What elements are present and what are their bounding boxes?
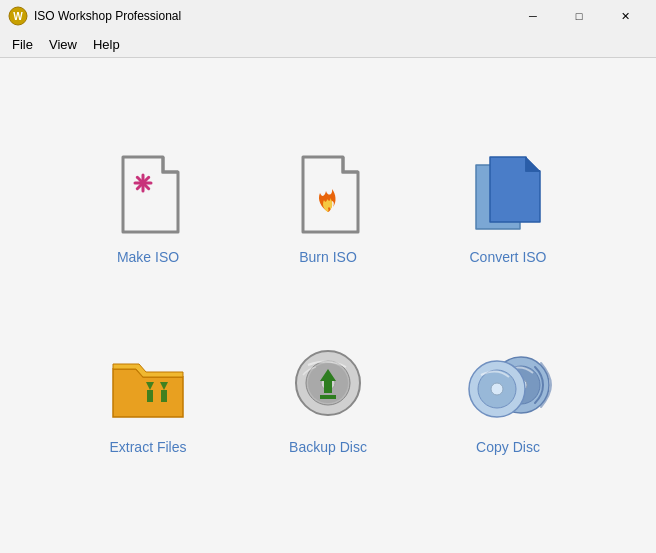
menu-bar: File View Help (0, 32, 656, 58)
app-icon: W (8, 6, 28, 26)
feature-grid: Make ISO Burn ISO (68, 121, 588, 491)
extract-files-button[interactable]: Extract Files (68, 311, 228, 491)
svg-rect-14 (161, 390, 167, 402)
make-iso-icon (108, 157, 188, 237)
make-iso-label: Make ISO (117, 249, 179, 265)
backup-disc-button[interactable]: Backup Disc (248, 311, 408, 491)
svg-point-26 (491, 383, 503, 395)
maximize-button[interactable]: □ (556, 0, 602, 32)
window-controls: ─ □ ✕ (510, 0, 648, 32)
copy-disc-icon (468, 347, 548, 427)
convert-iso-button[interactable]: Convert ISO (428, 121, 588, 301)
close-button[interactable]: ✕ (602, 0, 648, 32)
make-iso-button[interactable]: Make ISO (68, 121, 228, 301)
minimize-button[interactable]: ─ (510, 0, 556, 32)
burn-iso-icon (288, 157, 368, 237)
menu-view[interactable]: View (41, 35, 85, 54)
copy-disc-label: Copy Disc (476, 439, 540, 455)
convert-iso-icon (468, 157, 548, 237)
main-content: Make ISO Burn ISO (0, 58, 656, 553)
svg-rect-20 (320, 395, 336, 399)
extract-files-icon (108, 347, 188, 427)
burn-iso-label: Burn ISO (299, 249, 357, 265)
backup-disc-label: Backup Disc (289, 439, 367, 455)
title-bar-text: ISO Workshop Professional (34, 9, 510, 23)
menu-file[interactable]: File (4, 35, 41, 54)
svg-marker-2 (123, 157, 178, 232)
svg-marker-10 (526, 157, 540, 171)
svg-text:W: W (13, 11, 23, 22)
extract-files-label: Extract Files (109, 439, 186, 455)
svg-rect-12 (147, 390, 153, 402)
menu-help[interactable]: Help (85, 35, 128, 54)
backup-disc-icon (288, 347, 368, 427)
title-bar: W ISO Workshop Professional ─ □ ✕ (0, 0, 656, 32)
burn-iso-button[interactable]: Burn ISO (248, 121, 408, 301)
convert-iso-label: Convert ISO (469, 249, 546, 265)
copy-disc-button[interactable]: Copy Disc (428, 311, 588, 491)
